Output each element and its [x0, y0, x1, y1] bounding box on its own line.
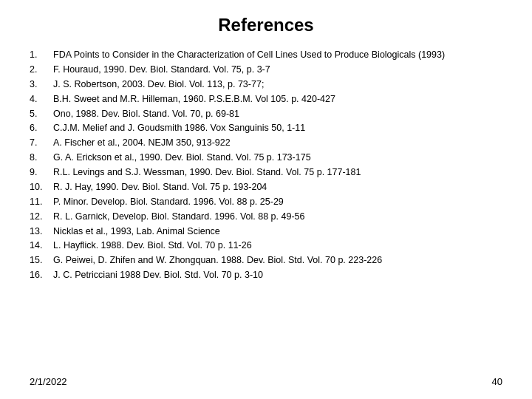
ref-number: 15.	[30, 254, 53, 267]
ref-text: G. A. Erickson et al., 1990. Dev. Biol. …	[53, 151, 502, 164]
ref-number: 6.	[30, 122, 53, 134]
page-container: References 1.FDA Points to Consider in t…	[0, 0, 532, 399]
list-item: 6.C.J.M. Melief and J. Goudsmith 1986. V…	[30, 122, 502, 134]
footer-date: 2/1/2022	[30, 376, 67, 387]
list-item: 4.B.H. Sweet and M.R. Hilleman, 1960. P.…	[30, 93, 502, 106]
list-item: 2.F. Houraud, 1990. Dev. Biol. Standard.…	[30, 64, 502, 76]
ref-text: Nicklas et al., 1993, Lab. Animal Scienc…	[53, 225, 502, 238]
ref-number: 13.	[30, 225, 53, 238]
list-item: 15.G. Peiwei, D. Zhifen and W. Zhongquan…	[30, 254, 502, 267]
list-item: 13.Nicklas et al., 1993, Lab. Animal Sci…	[30, 225, 502, 238]
ref-number: 11.	[30, 196, 53, 208]
ref-text: L. Hayflick. 1988. Dev. Biol. Std. Vol. …	[53, 239, 502, 252]
ref-text: R. J. Hay, 1990. Dev. Biol. Stand. Vol. …	[53, 181, 502, 194]
ref-number: 9.	[30, 166, 53, 179]
list-item: 12.R. L. Garnick, Develop. Biol. Standar…	[30, 211, 502, 223]
ref-text: C.J.M. Melief and J. Goudsmith 1986. Vox…	[53, 122, 502, 134]
list-item: 9.R.L. Levings and S.J. Wessman, 1990. D…	[30, 166, 502, 179]
list-item: 8.G. A. Erickson et al., 1990. Dev. Biol…	[30, 151, 502, 164]
ref-text: B.H. Sweet and M.R. Hilleman, 1960. P.S.…	[53, 93, 502, 106]
ref-text: Ono, 1988. Dev. Biol. Stand. Vol. 70, p.…	[53, 108, 502, 120]
ref-number: 14.	[30, 239, 53, 252]
ref-number: 2.	[30, 64, 53, 76]
list-item: 3.J. S. Robertson, 2003. Dev. Biol. Vol.…	[30, 78, 502, 91]
list-item: 7.A. Fischer et al., 2004. NEJM 350, 913…	[30, 137, 502, 149]
ref-number: 16.	[30, 269, 53, 282]
ref-text: G. Peiwei, D. Zhifen and W. Zhongquan. 1…	[53, 254, 502, 267]
ref-number: 8.	[30, 151, 53, 164]
references-list: 1.FDA Points to Consider in the Characte…	[30, 49, 502, 282]
ref-number: 5.	[30, 108, 53, 120]
ref-number: 12.	[30, 211, 53, 223]
ref-text: R.L. Levings and S.J. Wessman, 1990. Dev…	[53, 166, 502, 179]
ref-number: 4.	[30, 93, 53, 106]
list-item: 14.L. Hayflick. 1988. Dev. Biol. Std. Vo…	[30, 239, 502, 252]
ref-number: 7.	[30, 137, 53, 149]
list-item: 16.J. C. Petricciani 1988 Dev. Biol. Std…	[30, 269, 502, 282]
list-item: 1.FDA Points to Consider in the Characte…	[30, 49, 502, 61]
ref-number: 3.	[30, 78, 53, 91]
ref-text: FDA Points to Consider in the Characteri…	[53, 49, 502, 61]
list-item: 10.R. J. Hay, 1990. Dev. Biol. Stand. Vo…	[30, 181, 502, 194]
footer: 2/1/2022 40	[30, 376, 502, 387]
ref-number: 10.	[30, 181, 53, 194]
list-item: 5.Ono, 1988. Dev. Biol. Stand. Vol. 70, …	[30, 108, 502, 120]
ref-text: A. Fischer et al., 2004. NEJM 350, 913-9…	[53, 137, 502, 149]
ref-text: R. L. Garnick, Develop. Biol. Standard. …	[53, 211, 502, 223]
ref-number: 1.	[30, 49, 53, 61]
ref-text: J. S. Robertson, 2003. Dev. Biol. Vol. 1…	[53, 78, 502, 91]
list-item: 11.P. Minor. Develop. Biol. Standard. 19…	[30, 196, 502, 208]
ref-text: J. C. Petricciani 1988 Dev. Biol. Std. V…	[53, 269, 502, 282]
ref-text: F. Houraud, 1990. Dev. Biol. Standard. V…	[53, 64, 502, 76]
page-title: References	[30, 15, 502, 35]
ref-text: P. Minor. Develop. Biol. Standard. 1996.…	[53, 196, 502, 208]
footer-page: 40	[492, 376, 502, 387]
